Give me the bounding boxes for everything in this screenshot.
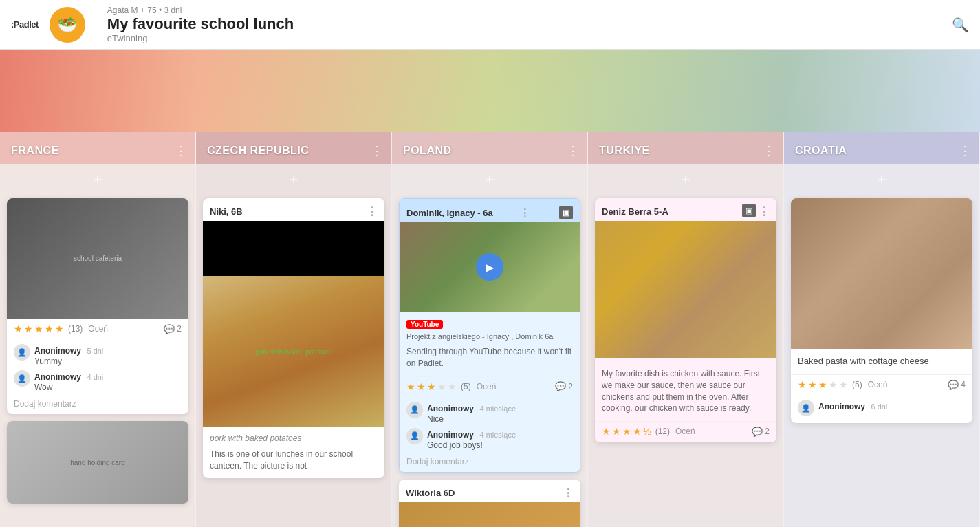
page-title: My favourite school lunch: [107, 15, 294, 33]
card-image-france-2: hand holding card: [7, 421, 188, 504]
table-row: Wiktoria 6D ⋮: [399, 480, 580, 527]
stars-croatia-1: ★ ★ ★ ★ ★ (5) Oceń: [798, 379, 887, 390]
card-header-poland-1: Dominik, Ignacy - 6a ⋮ ▣: [400, 199, 580, 222]
table-row: Dominik, Ignacy - 6a ⋮ ▣ ▶ YouTube Proje…: [399, 198, 580, 473]
card-footer-france-1: ★ ★ ★ ★ ★ (13) Oceń 💬 2: [7, 319, 188, 340]
avatar: 👤: [406, 428, 423, 444]
column-title-croatia: CROATIA: [795, 144, 847, 157]
add-croatia-button[interactable]: +: [784, 164, 979, 195]
croatia-cards: Baked pasta with cottage cheese ★ ★ ★ ★ …: [784, 195, 979, 527]
card-footer-croatia-1: ★ ★ ★ ★ ★ (5) Oceń 💬 4: [791, 374, 972, 396]
column-title-poland: POLAND: [403, 144, 452, 157]
column-menu-france[interactable]: ⋮: [175, 143, 187, 158]
add-poland-button[interactable]: +: [392, 164, 587, 195]
columns-wrapper: FRANCE ⋮ + school cafeteria ★ ★ ★ ★ ★ (1…: [0, 132, 980, 527]
header-meta: Agata M + 75 • 3 dni My favourite school…: [107, 6, 294, 43]
list-item: 👤 Anonimowy 6 dni: [798, 400, 966, 416]
column-header-poland: POLAND ⋮: [392, 132, 587, 164]
stars-poland-1: ★ ★ ★ ★ ★ (5) Oceń: [406, 381, 496, 392]
card-body-czech-1: pork with baked potatoes This is one of …: [203, 427, 384, 478]
card-body-croatia-1: Baked pasta with cottage cheese: [791, 349, 972, 374]
table-row: school cafeteria ★ ★ ★ ★ ★ (13) Oceń 💬 2: [7, 198, 188, 414]
comment-count-croatia-1: 💬 4: [948, 380, 966, 390]
card-description: My favorite dish is chicken with sauce. …: [602, 368, 770, 414]
column-header-czech: CZECH REPUBLIC ⋮: [196, 132, 391, 164]
card-footer-poland-1: ★ ★ ★ ★ ★ (5) Oceń 💬 2: [400, 376, 580, 398]
table-row: hand holding card: [7, 421, 188, 504]
card-menu-poland-1[interactable]: ⋮: [519, 206, 530, 219]
column-menu-turkiye[interactable]: ⋮: [763, 143, 775, 158]
comments-poland-1: 👤 Anonimowy 4 miesiące Nice 👤 Anonimowy …: [400, 398, 580, 472]
column-header-croatia: CROATIA ⋮: [784, 132, 979, 164]
add-turkiye-button[interactable]: +: [588, 164, 783, 195]
card-caption: pork with baked potatoes: [210, 433, 378, 444]
card-body-poland-1: YouTube Projekt z angielskiego - Ignacy …: [400, 312, 580, 376]
card-author: Deniz Berra 5-A: [602, 206, 668, 217]
bg-image: [0, 50, 980, 132]
column-croatia: CROATIA ⋮ + Baked pasta with cottage che…: [784, 132, 980, 527]
table-row: ▣ Deniz Berra 5-A ⋮ My favorite dish is …: [595, 198, 776, 442]
add-comment-poland[interactable]: Dodaj komentarz: [406, 454, 573, 469]
column-title-czech: CZECH REPUBLIC: [207, 144, 309, 157]
comments-croatia-1: 👤 Anonimowy 6 dni: [791, 396, 972, 423]
card-image-czech-1: pork with baked potatoes: [203, 276, 384, 427]
column-menu-poland[interactable]: ⋮: [567, 143, 579, 158]
header-meta-top: Agata M + 75 • 3 dni: [107, 6, 294, 15]
header-subtitle: eTwinning: [107, 33, 294, 43]
card-caption: Baked pasta with cottage cheese: [798, 355, 966, 367]
play-button[interactable]: ▶: [476, 253, 503, 281]
search-icon[interactable]: 🔍: [952, 17, 969, 33]
padlet-logo[interactable]: :Padlet: [11, 19, 39, 30]
card-menu-poland-2[interactable]: ⋮: [563, 486, 574, 499]
card-image-turkiye-1: [595, 221, 776, 358]
avatar: 👤: [14, 370, 30, 387]
column-menu-croatia[interactable]: ⋮: [959, 143, 971, 158]
add-comment-france[interactable]: Dodaj komentarz: [14, 396, 182, 411]
delete-icon-turkiye[interactable]: ▣: [742, 204, 756, 217]
column-poland: POLAND ⋮ + Dominik, Ignacy - 6a ⋮ ▣ ▶ Yo: [392, 132, 588, 527]
card-header-poland-2: Wiktoria 6D ⋮: [399, 480, 580, 502]
card-header-czech-1: Niki, 6B ⋮: [203, 198, 384, 221]
comments-france-1: 👤 Anonimowy 5 dni Yummy 👤 Anonimowy 4 dn…: [7, 340, 188, 414]
card-description: This is one of our lunches in our school…: [210, 449, 378, 472]
poland-cards: Dominik, Ignacy - 6a ⋮ ▣ ▶ YouTube Proje…: [392, 195, 587, 527]
stars-turkiye-1: ★ ★ ★ ★ ½ (12) Oceń: [602, 426, 695, 437]
column-title-turkiye: TURKIYE: [599, 144, 650, 157]
column-menu-czech[interactable]: ⋮: [371, 143, 383, 158]
card-author: Niki, 6B: [210, 206, 243, 217]
header-avatar: 🥗: [50, 7, 85, 43]
column-czech: CZECH REPUBLIC ⋮ + Niki, 6B ⋮ pork with …: [196, 132, 392, 527]
avatar-emoji: 🥗: [57, 15, 78, 34]
card-menu-czech-1[interactable]: ⋮: [367, 205, 378, 218]
avatar: 👤: [14, 344, 30, 361]
card-description: Sending through YouTube because it won't…: [406, 346, 573, 369]
avatar: 👤: [798, 400, 814, 416]
header: :Padlet 🥗 Agata M + 75 • 3 dni My favour…: [0, 0, 980, 50]
avatar: 👤: [406, 402, 423, 418]
video-caption: Projekt z angielskiego - Ignacy , Domini…: [406, 332, 573, 342]
comment-count-turkiye-1: 💬 2: [752, 427, 770, 437]
card-image-croatia-1: [791, 198, 972, 349]
list-item: 👤 Anonimowy 4 dni Wow: [14, 370, 182, 392]
card-author: Wiktoria 6D: [406, 488, 455, 498]
card-menu-turkiye-1[interactable]: ⋮: [759, 205, 770, 218]
video-thumbnail[interactable]: ▶: [400, 222, 580, 312]
comment-count-france-1: 💬 2: [164, 324, 182, 334]
video-placeholder: [203, 221, 384, 276]
france-cards: school cafeteria ★ ★ ★ ★ ★ (13) Oceń 💬 2: [0, 195, 195, 527]
table-row: Baked pasta with cottage cheese ★ ★ ★ ★ …: [791, 198, 972, 423]
column-title-france: FRANCE: [11, 144, 59, 157]
add-france-button[interactable]: +: [0, 164, 195, 195]
list-item: 👤 Anonimowy 4 miesiące Nice: [406, 402, 573, 424]
delete-icon[interactable]: ▣: [559, 206, 573, 219]
column-header-france: FRANCE ⋮: [0, 132, 195, 164]
list-item: 👤 Anonimowy 4 miesiące Good job boys!: [406, 428, 573, 450]
list-item: 👤 Anonimowy 5 dni Yummy: [14, 344, 182, 366]
turkiye-cards: ▣ Deniz Berra 5-A ⋮ My favorite dish is …: [588, 195, 783, 527]
card-image-france-1: school cafeteria: [7, 198, 188, 319]
stars-france-1: ★ ★ ★ ★ ★ (13) Oceń: [14, 323, 108, 334]
card-body-turkiye-1: My favorite dish is chicken with sauce. …: [595, 358, 776, 421]
add-czech-button[interactable]: +: [196, 164, 391, 195]
table-row: Niki, 6B ⋮ pork with baked potatoes pork…: [203, 198, 384, 478]
board-background: [0, 50, 980, 132]
